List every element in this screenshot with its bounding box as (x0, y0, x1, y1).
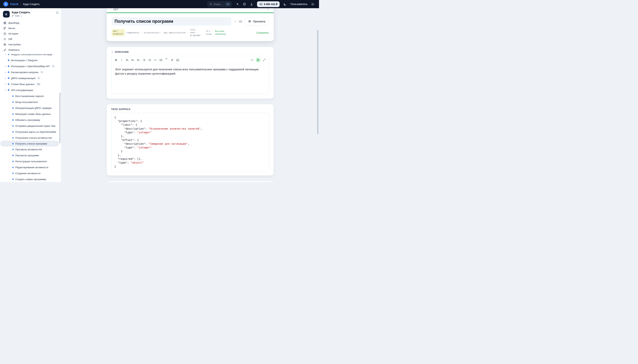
tree-item-label: gRPC-коммуникация (11, 77, 36, 80)
expand-icon[interactable] (262, 58, 267, 62)
tree-item[interactable]: Получить список программ (0, 141, 59, 146)
doc-bullet-icon (8, 89, 9, 91)
title-chevron-button[interactable] (234, 20, 236, 23)
triangle-right-icon[interactable] (5, 72, 8, 73)
code-view-icon[interactable] (249, 58, 254, 62)
user-menu[interactable]: Пользователь (290, 2, 307, 6)
bullet-list-icon[interactable] (142, 58, 147, 62)
tree-item[interactable]: Схема базы данных20 (0, 81, 61, 87)
keyboard-shortcuts-button[interactable] (239, 20, 242, 23)
branch-name: main (15, 14, 20, 17)
request-body-json: { "properties": { "limit": { "descriptio… (114, 116, 266, 168)
workspace-header: K Куда Сходить main (0, 8, 61, 19)
tree-item-label: Создать новую программу (15, 178, 46, 181)
request-body-editor[interactable]: { "properties": { "limit": { "descriptio… (111, 113, 269, 171)
tree-item[interactable]: Восстановление пароля (0, 93, 61, 99)
tree-item[interactable]: Редактирование активности (0, 164, 61, 170)
tree-item[interactable]: Просмотр активностей (0, 146, 61, 152)
tree-item[interactable]: Интеграция с Telegram (0, 57, 61, 63)
sidebar-item-edit[interactable]: Изменить (2, 47, 59, 52)
doc-bullet-icon (12, 179, 14, 180)
shield-check-button[interactable] (242, 1, 247, 7)
main-area: GET Получить список программ Просмотр ap… (61, 8, 319, 182)
tree-item[interactable]: Отправка уведомлений через Tele (0, 123, 61, 129)
tree-item[interactable]: Инициализация gRPC сервера (0, 105, 61, 111)
inline-code-icon[interactable] (153, 58, 158, 62)
tree-item[interactable]: Миграция схемы базы данных (0, 111, 61, 117)
tree-item[interactable]: Создание активности (0, 170, 61, 176)
doc-bullet-icon (12, 119, 14, 121)
tree-item[interactable]: API-спецификация (0, 87, 61, 93)
next-section-card-partial (107, 181, 274, 182)
sidebar-item-diff[interactable]: Diff (2, 36, 59, 42)
search-icon (209, 3, 212, 6)
sidebar-collapse-button[interactable] (56, 11, 59, 14)
code-block-icon[interactable] (158, 58, 163, 62)
brand-name[interactable]: Clarid (10, 2, 18, 6)
sidebar-scrollbar[interactable] (59, 92, 61, 144)
balance-button[interactable]: 9 990 442 ₽ (257, 1, 280, 7)
tree-item[interactable]: Получение карты из OpenStreetMa (0, 129, 61, 135)
description-editor[interactable]: Этот эндпоинт используется для получения… (111, 64, 269, 94)
breadcrumb-time: 19 ч. назад (206, 30, 213, 36)
triangle-right-icon[interactable] (5, 78, 8, 79)
tree-item[interactable]: Просмотр программ (0, 152, 61, 158)
balance-amount: 9 990 442 ₽ (264, 2, 277, 6)
tree-item[interactable]: gRPC-коммуникация1 (0, 75, 61, 81)
heading-3-icon[interactable]: H₃ (136, 58, 141, 62)
search-input[interactable]: Поиск... жк (207, 1, 232, 7)
sidebar-item-history[interactable]: История (2, 31, 59, 36)
logout-button[interactable] (310, 1, 316, 7)
tree-item[interactable]: Вход пользователя (0, 99, 61, 105)
heading-2-icon[interactable]: H₂ (130, 58, 135, 62)
preview-button[interactable]: Просмотр (245, 18, 269, 25)
bold-icon[interactable]: B (114, 58, 119, 62)
tree-item[interactable]: Интеграция с OpenStreetMap API1 (0, 63, 61, 69)
theme-toggle-button[interactable] (282, 1, 288, 7)
tree-item[interactable]: Обновить программу (0, 117, 61, 123)
project-name: Куда Сходить (23, 2, 40, 6)
description-text: Этот эндпоинт используется для получения… (115, 67, 263, 76)
http-method-select[interactable]: GET (114, 8, 119, 11)
triangle-down-icon[interactable] (5, 89, 8, 91)
doc-bullet-icon (12, 125, 14, 126)
tree-item[interactable]: Балансировка нагрузки1 (0, 69, 61, 75)
italic-icon[interactable]: I (119, 58, 124, 62)
heading-1-icon[interactable]: H₁ (125, 58, 130, 62)
tree-item[interactable]: Модуль пользовательского интерф (0, 54, 61, 57)
triangle-right-icon[interactable] (5, 83, 8, 85)
sidebar-item-dashboard[interactable]: Дашборд (2, 20, 59, 26)
chevron-down-icon[interactable] (266, 8, 269, 11)
image-icon[interactable] (175, 58, 180, 62)
triangle-right-icon[interactable] (5, 54, 8, 55)
save-icon[interactable] (256, 58, 260, 62)
page-scrollbar[interactable] (317, 30, 318, 134)
doc-bullet-icon (12, 108, 14, 109)
sidebar-item-settings[interactable]: Настройки (2, 42, 59, 47)
doc-bullet-icon (8, 60, 9, 61)
workspace-avatar[interactable]: K (3, 11, 10, 18)
link-icon[interactable] (170, 58, 175, 62)
description-section-toggle[interactable]: ОПИСАНИЕ (111, 51, 269, 53)
breadcrumb-type-badge[interactable]: api-endpoint (112, 29, 125, 36)
pencil-icon (3, 48, 6, 52)
branch-selector[interactable]: main (12, 14, 54, 17)
sidebar-item-branches[interactable]: Ветки (2, 26, 59, 31)
breadcrumb: api-endpointcomponents›architecture›api-… (112, 28, 253, 37)
app-logo[interactable]: C (3, 2, 8, 6)
triangle-right-icon[interactable] (5, 66, 8, 67)
doc-bullet-icon (12, 149, 14, 150)
doc-bullet-icon (12, 161, 14, 162)
breadcrumb-sep: › (161, 32, 162, 34)
sidebar-item-label: Diff (9, 37, 12, 41)
title-input[interactable]: Получить список программ (112, 17, 231, 26)
quote-icon[interactable]: ” (164, 58, 169, 62)
sidebar-item-label: Изменить (9, 48, 20, 52)
ordered-list-icon[interactable] (147, 58, 152, 62)
breadcrumb-seg: api-specification (164, 32, 186, 34)
ai-sparkles-button[interactable] (235, 1, 240, 7)
tree-item[interactable]: Регистрация пользователя (0, 158, 61, 164)
tree-item[interactable]: Создать новую программу (0, 176, 61, 182)
tree-item[interactable]: Получение списка активностей (0, 135, 61, 141)
download-button[interactable] (249, 1, 254, 7)
